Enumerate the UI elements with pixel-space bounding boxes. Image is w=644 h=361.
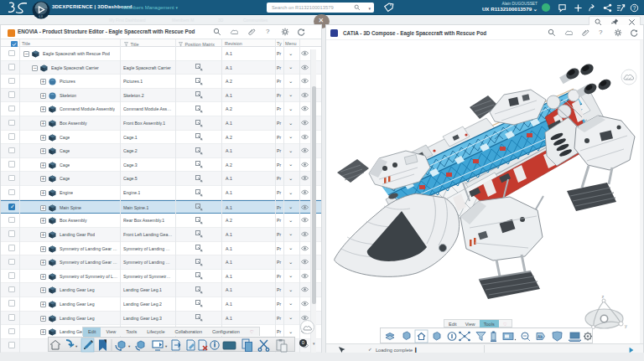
svg-text:y: y [625, 323, 627, 328]
svg-text:?: ? [633, 4, 636, 10]
svg-text:6.8: 6.8 [39, 15, 43, 18]
svg-text:▾: ▾ [165, 344, 168, 348]
svg-text:Ab: Ab [538, 335, 543, 339]
svg-text:▾: ▾ [75, 344, 78, 348]
svg-text:z: z [602, 294, 605, 299]
svg-text:▾: ▾ [128, 344, 131, 348]
